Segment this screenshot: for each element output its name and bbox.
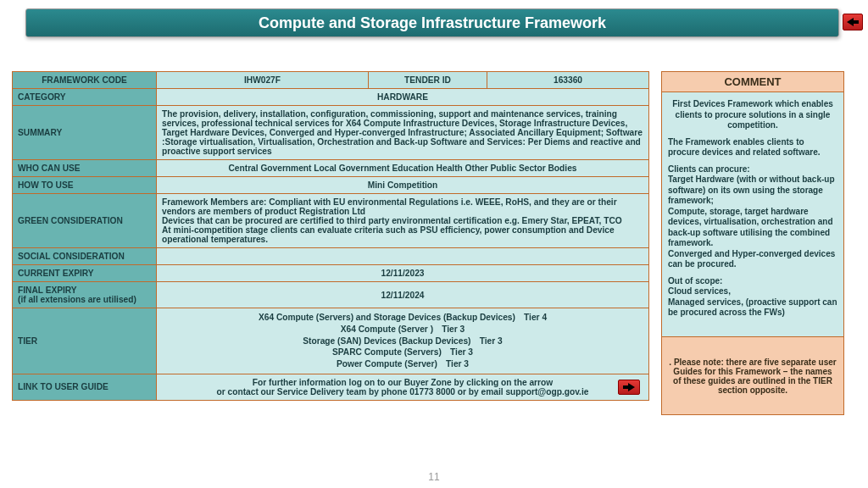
tier-row: TIER X64 Compute (Servers) and Storage D… — [13, 308, 649, 374]
framework-code-label: FRAMEWORK CODE — [13, 72, 157, 89]
svg-marker-1 — [623, 383, 635, 391]
comment-p3: Clients can procure: Target Hardware (wi… — [668, 164, 837, 270]
expiry-value: 12/11/2023 — [157, 265, 649, 282]
tier-line: Storage (SAN) Devices (Backup Devices) T… — [162, 336, 643, 347]
back-button[interactable] — [843, 14, 863, 30]
link-label: LINK TO USER GUIDE — [13, 374, 157, 400]
who-value: Central Government Local Government Educ… — [157, 160, 649, 177]
summary-label: SUMMARY — [13, 106, 157, 160]
how-value: Mini Competition — [157, 177, 649, 194]
page-number: 11 — [0, 471, 868, 483]
link-line: For further information log on to our Bu… — [162, 378, 643, 387]
comment-p4: Out of scope: Cloud services, Managed se… — [668, 276, 837, 319]
summary-row: SUMMARY The provision, delivery, install… — [13, 106, 649, 160]
framework-table: FRAMEWORK CODE IHW027F TENDER ID 163360 … — [12, 71, 649, 401]
social-row: SOCIAL CONSIDERATION — [13, 248, 649, 265]
how-label: HOW TO USE — [13, 177, 157, 194]
who-row: WHO CAN USE Central Government Local Gov… — [13, 160, 649, 177]
how-row: HOW TO USE Mini Competition — [13, 177, 649, 194]
tier-value: X64 Compute (Servers) and Storage Device… — [157, 308, 649, 374]
tier-line: X64 Compute (Server ) Tier 3 — [162, 324, 643, 336]
comment-heading: COMMENT — [662, 72, 843, 92]
tier-line: SPARC Compute (Servers) Tier 3 — [162, 347, 643, 358]
page-title: Compute and Storage Infrastructure Frame… — [259, 14, 606, 32]
link-row: LINK TO USER GUIDE For further informati… — [13, 374, 649, 400]
expiry-row: CURRENT EXPIRY 12/11/2023 — [13, 265, 649, 282]
tier-line: X64 Compute (Servers) and Storage Device… — [162, 312, 643, 324]
green-label: GREEN CONSIDERATION — [13, 194, 157, 248]
final-expiry-row: FINAL EXPIRY (if all extensions are util… — [13, 282, 649, 308]
page-title-bar: Compute and Storage Infrastructure Frame… — [25, 8, 839, 37]
social-label: SOCIAL CONSIDERATION — [13, 248, 157, 265]
category-label: CATEGORY — [13, 89, 157, 106]
comment-p1: First Devices Framework which enables cl… — [668, 99, 837, 131]
framework-code-value: IHW027F — [157, 72, 369, 89]
link-value: For further information log on to our Bu… — [157, 374, 649, 400]
tender-id-label: TENDER ID — [369, 72, 487, 89]
comment-p2: The Framework enables clients to procure… — [668, 137, 837, 158]
green-value: Framework Members are: Compliant with EU… — [157, 194, 649, 248]
tier-label: TIER — [13, 308, 157, 374]
category-row: CATEGORY HARDWARE — [13, 89, 649, 106]
arrow-right-icon — [623, 383, 635, 391]
buyer-zone-link-button[interactable] — [618, 380, 640, 395]
arrow-left-icon — [847, 18, 859, 26]
link-line: or contact our Service Delivery team by … — [162, 387, 643, 396]
category-value: HARDWARE — [157, 89, 649, 106]
comment-note: . Please note: there are five separate u… — [662, 336, 843, 414]
tier-line: Power Compute (Server) Tier 3 — [162, 358, 643, 370]
header-row: FRAMEWORK CODE IHW027F TENDER ID 163360 — [13, 72, 649, 89]
who-label: WHO CAN USE — [13, 160, 157, 177]
final-expiry-label: FINAL EXPIRY (if all extensions are util… — [13, 282, 157, 308]
svg-marker-0 — [847, 18, 859, 26]
social-value — [157, 248, 649, 265]
expiry-label: CURRENT EXPIRY — [13, 265, 157, 282]
final-expiry-value: 12/11/2024 — [157, 282, 649, 308]
summary-value: The provision, delivery, installation, c… — [157, 106, 649, 160]
tender-id-value: 163360 — [487, 72, 649, 89]
green-row: GREEN CONSIDERATION Framework Members ar… — [13, 194, 649, 248]
comment-panel: COMMENT First Devices Framework which en… — [661, 71, 844, 415]
comment-body: First Devices Framework which enables cl… — [662, 92, 843, 336]
